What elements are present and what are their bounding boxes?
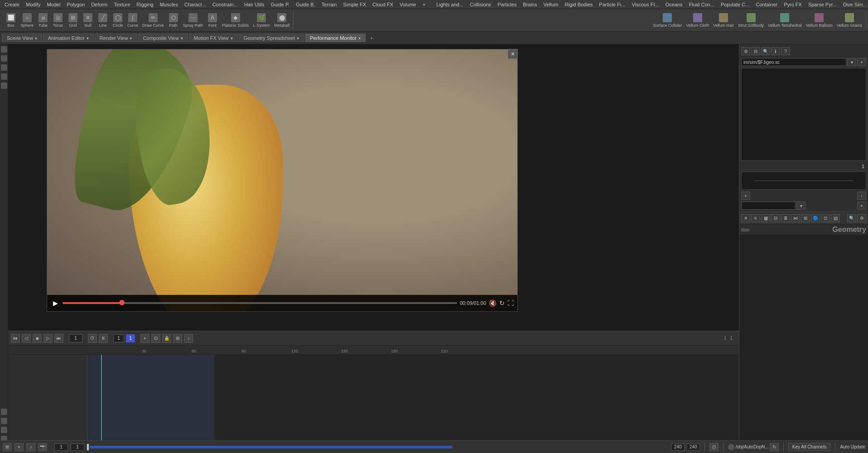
menu-sparsepyr[interactable]: Sparse Pyr... <box>805 1 839 8</box>
tab-scene-view[interactable]: Scene View ▾ <box>2 34 42 42</box>
panel-settings-btn[interactable]: ⚙ <box>741 47 750 55</box>
tab-composite-view-dropdown[interactable]: ▾ <box>181 36 183 41</box>
bottom-network-btn[interactable]: ⊡ <box>709 443 719 451</box>
toolbar-surface-collider[interactable]: Surface Collider <box>651 12 684 29</box>
rpb-btn-10[interactable]: ▤ <box>831 214 840 222</box>
rpb-btn-3[interactable]: ▦ <box>761 214 770 222</box>
toolbar-sphere[interactable]: ○ Sphere <box>19 12 35 29</box>
sidebar-tool-4[interactable] <box>1 73 7 80</box>
timeline-zoom-fit[interactable]: ⊞ <box>173 334 182 343</box>
menu-pyrofx[interactable]: Pyro FX <box>781 1 805 8</box>
rpb-btn-5[interactable]: ≣ <box>781 214 790 222</box>
menu-populate[interactable]: Populate C... <box>718 1 752 8</box>
timeline-slow[interactable]: ⏸ <box>99 334 108 343</box>
toolbar-strut-softbody[interactable]: Strut Softbody <box>736 12 766 29</box>
panel-dropdown-2[interactable]: ▾ <box>796 202 805 210</box>
rpb-btn-2[interactable]: ≡ <box>751 214 760 222</box>
toolbar-vellum-tet[interactable]: Vellum Tetrahedral <box>766 12 803 29</box>
sidebar-tool-3[interactable] <box>1 64 7 71</box>
tab-motion-fx-view[interactable]: Motion FX View ▾ <box>189 34 238 42</box>
menu-brains[interactable]: Brains <box>520 1 540 8</box>
toolbar-vellum-balloon[interactable]: Vellum Balloon <box>804 12 834 29</box>
menu-create[interactable]: Create <box>2 1 22 8</box>
toolbar-curve[interactable]: ∫ Curve <box>125 12 140 29</box>
toolbar-box[interactable]: ⬜ Box <box>4 12 18 29</box>
menu-cloudfx[interactable]: Cloud FX <box>370 1 396 8</box>
toolbar-platonic[interactable]: ◆ Platonic Solids <box>220 12 251 29</box>
bottom-audio-btn[interactable]: ♪ <box>26 443 35 451</box>
menu-modify[interactable]: Modify <box>23 1 43 8</box>
menu-particlefi[interactable]: Particle Fi... <box>596 1 628 8</box>
toolbar-tube[interactable]: ⌀ Tube <box>36 12 50 29</box>
panel-input-2[interactable] <box>741 202 796 210</box>
toolbar-drawcurve[interactable]: ✏ Draw Curve <box>140 12 166 29</box>
toolbar-circle[interactable]: ◯ Circle <box>111 12 125 29</box>
toolbar-torus[interactable]: ◎ Torus <box>51 12 65 29</box>
menu-terrain[interactable]: Terrain <box>319 1 340 8</box>
path-browse-btn[interactable]: ▾ <box>847 58 856 66</box>
menu-constrain[interactable]: Constrain... <box>210 1 241 8</box>
timeline-display-frame[interactable] <box>113 334 124 342</box>
toolbar-null[interactable]: ✕ Null <box>81 12 95 29</box>
menu-model[interactable]: Model <box>44 1 63 8</box>
sidebar-tool-bottom-3[interactable] <box>1 427 7 433</box>
timeline-stop[interactable]: ■ <box>33 334 42 343</box>
bottom-start-frame[interactable] <box>54 443 68 451</box>
zoom-input-1[interactable] <box>671 443 685 451</box>
toolbar-metaball[interactable]: ⬤ Metaball <box>272 12 291 29</box>
menu-collisions[interactable]: Collisions <box>467 1 494 8</box>
timeline-step-back[interactable]: ◁ <box>22 334 31 343</box>
tab-composite-view[interactable]: Composite View ▾ <box>138 34 188 42</box>
menu-guideb[interactable]: Guide B. <box>293 1 318 8</box>
toolbar-vellum-hair[interactable]: Vellum Hair <box>711 12 736 29</box>
playhead-handle[interactable] <box>87 444 89 450</box>
tab-render-view[interactable]: Render View ▾ <box>95 34 137 42</box>
timeline-skip-end[interactable]: ⏭ <box>54 334 63 343</box>
sidebar-tool-1[interactable] <box>1 46 7 53</box>
sidebar-tool-bottom-2[interactable] <box>1 418 7 424</box>
refresh-button[interactable]: ↻ <box>499 299 505 307</box>
timeline-snap[interactable]: ⊡ <box>151 334 160 343</box>
bottom-end-frame[interactable] <box>71 443 84 451</box>
rpb-btn-8[interactable]: 🔵 <box>811 214 820 222</box>
zoom-input-2[interactable] <box>686 443 700 451</box>
video-progress-bar[interactable] <box>63 302 457 304</box>
toolbar-font[interactable]: A Font <box>205 12 220 29</box>
panel-help-btn[interactable]: ? <box>781 47 790 55</box>
panel-extra-btn-2[interactable]: ↕ <box>857 192 866 200</box>
menu-fluid[interactable]: Fluid Con... <box>686 1 717 8</box>
menu-viscous[interactable]: Viscous FI... <box>629 1 661 8</box>
tab-render-view-dropdown[interactable]: ▾ <box>130 36 132 41</box>
sidebar-tool-bottom-1[interactable] <box>1 409 7 415</box>
menu-lights[interactable]: Lights and... <box>434 1 466 8</box>
global-timeline[interactable] <box>90 446 452 448</box>
timeline-playhead[interactable] <box>101 355 102 453</box>
timeline-step-fwd[interactable]: ▷ <box>43 334 53 343</box>
node-path-refresh-btn[interactable]: ↻ <box>770 443 779 451</box>
menu-container[interactable]: Container <box>753 1 780 8</box>
key-all-channels-button[interactable]: Key All Channels <box>788 443 831 451</box>
toolbar-vellum-grains[interactable]: Vellum Grains <box>835 12 864 29</box>
rpb-btn-1[interactable]: ✕ <box>741 214 750 222</box>
toolbar-path[interactable]: ⬡ Path <box>166 12 181 29</box>
timeline-keyframe-marker[interactable]: 1 <box>126 334 135 342</box>
sidebar-tool-5[interactable] <box>1 82 7 89</box>
timeline-skip-start[interactable]: ⏮ <box>11 334 20 343</box>
tab-animation-editor[interactable]: Animation Editor ▾ <box>43 34 94 42</box>
path-input[interactable] <box>741 58 846 66</box>
rpb-settings-btn[interactable]: ⚙ <box>857 214 866 222</box>
rpb-search-btn[interactable]: 🔍 <box>847 214 856 222</box>
menu-volume[interactable]: Volume <box>397 1 419 8</box>
rpb-btn-9[interactable]: ⊡ <box>821 214 830 222</box>
menu-guidep[interactable]: Guide P. <box>268 1 292 8</box>
bottom-camera-btn[interactable]: 📷 <box>38 443 47 451</box>
menu-simplefx[interactable]: Simple FX <box>340 1 369 8</box>
menu-polygon[interactable]: Polygon <box>64 1 87 8</box>
menu-oceans[interactable]: Oceans <box>663 1 685 8</box>
menu-divesim[interactable]: Dive Sim... <box>840 1 868 8</box>
tab-geometry-spreadsheet-dropdown[interactable]: ▾ <box>297 36 299 41</box>
menu-muscles[interactable]: Muscles <box>157 1 181 8</box>
rpb-btn-4[interactable]: ⊟ <box>771 214 780 222</box>
timeline-lock[interactable]: 🔒 <box>162 334 171 343</box>
rpb-btn-6[interactable]: ⋈ <box>791 214 800 222</box>
